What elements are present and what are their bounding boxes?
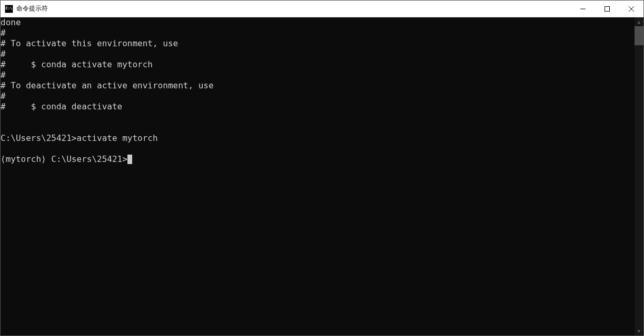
window-controls (571, 1, 643, 17)
cmd-icon: C:\ (5, 5, 13, 13)
maximize-button[interactable] (595, 1, 619, 17)
cmd-window: C:\ 命令提示符 done # # To activate this envi… (0, 0, 644, 336)
close-icon (629, 6, 634, 12)
titlebar-left: C:\ 命令提示符 (1, 4, 48, 13)
terminal-output[interactable]: done # # To activate this environment, u… (1, 17, 635, 335)
minimize-icon (580, 6, 586, 12)
scroll-down-arrow[interactable]: ▼ (635, 327, 643, 335)
maximize-icon (605, 6, 610, 12)
titlebar[interactable]: C:\ 命令提示符 (1, 1, 643, 17)
minimize-button[interactable] (571, 1, 595, 17)
scroll-track[interactable] (635, 26, 643, 327)
close-button[interactable] (619, 1, 643, 17)
terminal-cursor (127, 155, 132, 164)
terminal-area: done # # To activate this environment, u… (1, 17, 643, 335)
scroll-thumb[interactable] (635, 26, 643, 45)
vertical-scrollbar[interactable]: ▲ ▼ (635, 17, 643, 335)
svg-rect-0 (605, 6, 610, 11)
scroll-up-arrow[interactable]: ▲ (635, 17, 643, 26)
window-title: 命令提示符 (16, 4, 48, 13)
